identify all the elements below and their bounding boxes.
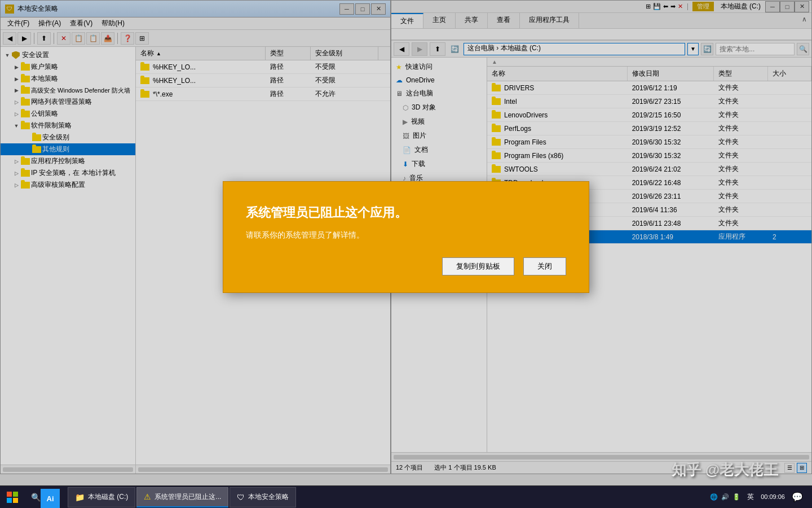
win-sq4 bbox=[13, 498, 18, 503]
windows-logo bbox=[7, 492, 18, 503]
taskbar-icon-explorer: 📁 bbox=[75, 493, 85, 502]
tray-network-icon[interactable]: 🌐 bbox=[710, 493, 718, 501]
close-dialog-button[interactable]: 关闭 bbox=[523, 257, 566, 275]
taskbar-icon-security: 🛡 bbox=[237, 493, 245, 502]
tray-battery-icon[interactable]: 🔋 bbox=[732, 493, 740, 501]
start-button[interactable] bbox=[0, 486, 25, 509]
taskbar-items: 📁 本地磁盘 (C:) ⚠ 系统管理员已阻止这... 🛡 本地安全策略 bbox=[68, 487, 296, 507]
taskbar-item-dialog[interactable]: ⚠ 系统管理员已阻止这... bbox=[136, 487, 228, 507]
dialog-box: 系统管理员已阻止这个应用。 请联系你的系统管理员了解详情。 复制到剪贴板 关闭 bbox=[223, 181, 589, 293]
win-sq3 bbox=[7, 498, 12, 503]
dialog-overlay: 系统管理员已阻止这个应用。 请联系你的系统管理员了解详情。 复制到剪贴板 关闭 bbox=[0, 0, 812, 474]
win-sq2 bbox=[13, 492, 18, 497]
taskbar-item-explorer[interactable]: 📁 本地磁盘 (C:) bbox=[68, 487, 135, 507]
system-clock[interactable]: 00:09:06 bbox=[761, 493, 785, 501]
copy-to-clipboard-button[interactable]: 复制到剪贴板 bbox=[442, 257, 514, 275]
ai-label[interactable]: Ai bbox=[41, 489, 60, 508]
taskbar-right: 🌐 🔊 🔋 英 00:09:06 💬 bbox=[710, 492, 812, 502]
taskbar-label-explorer: 本地磁盘 (C:) bbox=[88, 492, 128, 502]
taskbar-icon-dialog: ⚠ bbox=[144, 492, 151, 501]
dialog-message: 请联系你的系统管理员了解详情。 bbox=[246, 230, 566, 240]
dialog-title: 系统管理员已阻止这个应用。 bbox=[246, 204, 566, 221]
notification-button[interactable]: 💬 bbox=[789, 492, 805, 502]
taskbar-item-security[interactable]: 🛡 本地安全策略 bbox=[230, 487, 296, 507]
tray-volume-icon[interactable]: 🔊 bbox=[721, 493, 729, 501]
taskbar: 🔍 ⊟ 📁 本地磁盘 (C:) ⚠ 系统管理员已阻止这... 🛡 本地安全策略 … bbox=[0, 485, 812, 508]
taskbar-label-security: 本地安全策略 bbox=[248, 492, 289, 502]
taskbar-label-dialog: 系统管理员已阻止这... bbox=[155, 492, 221, 502]
win-sq1 bbox=[7, 492, 12, 497]
dialog-buttons: 复制到剪贴板 关闭 bbox=[246, 257, 566, 275]
tray-lang[interactable]: 英 bbox=[745, 492, 756, 502]
system-tray: 🌐 🔊 🔋 bbox=[710, 493, 740, 501]
